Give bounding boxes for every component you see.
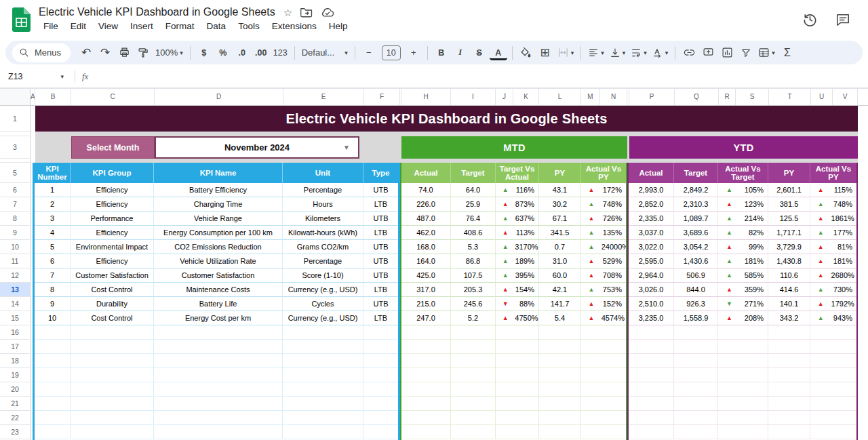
cell[interactable]: ▲943% — [810, 311, 856, 325]
dashboard-title-banner[interactable]: Electric Vehicle KPI Dashboard in Google… — [35, 106, 858, 132]
cell[interactable] — [35, 354, 71, 368]
cell[interactable] — [810, 411, 856, 425]
cell[interactable]: 5.4 — [539, 311, 581, 325]
zoom-select[interactable]: 100%▾ — [153, 44, 185, 62]
cell[interactable]: 381.5 — [768, 197, 810, 212]
cell[interactable] — [496, 354, 539, 368]
cell[interactable]: 2,510.0 — [629, 297, 674, 311]
create-filter-button[interactable] — [737, 44, 755, 62]
font-select[interactable]: Defaul...▾ — [300, 44, 350, 62]
row-header-21[interactable]: 21 — [0, 397, 30, 411]
column-header-A[interactable]: A — [31, 89, 35, 105]
row-header-13[interactable]: 13 — [0, 283, 30, 297]
cell[interactable]: 408.6 — [451, 226, 496, 240]
cell[interactable] — [496, 397, 539, 411]
column-header-U[interactable]: U — [811, 89, 833, 105]
cell[interactable] — [401, 382, 451, 397]
cell[interactable] — [154, 368, 283, 382]
cell[interactable] — [674, 368, 718, 382]
cell[interactable] — [674, 397, 718, 411]
cell[interactable] — [718, 425, 768, 439]
cell[interactable]: 1,558.9 — [674, 311, 718, 325]
cell[interactable]: 140.1 — [768, 297, 810, 311]
increase-font-size-button[interactable]: + — [405, 44, 422, 62]
cell[interactable]: 67.1 — [539, 212, 581, 226]
cell[interactable]: 60.0 — [539, 268, 581, 283]
functions-button[interactable]: Σ — [778, 44, 796, 62]
print-button[interactable] — [115, 44, 133, 62]
cell[interactable]: 1,089.7 — [674, 212, 718, 226]
cell[interactable] — [496, 325, 539, 340]
cell[interactable] — [363, 411, 398, 425]
cell[interactable]: 2,601.1 — [768, 183, 810, 197]
cell[interactable]: LTB — [363, 197, 398, 212]
cell[interactable]: Energy Cost per km — [154, 311, 283, 325]
cell[interactable]: ▲2680% — [810, 268, 856, 283]
cell[interactable]: ▲753% — [581, 283, 626, 297]
cell[interactable] — [35, 425, 71, 439]
cell[interactable]: Energy Consumption per 100 km — [154, 226, 283, 240]
cell[interactable]: ▲123% — [718, 197, 768, 212]
column-header-R[interactable]: R — [719, 89, 736, 105]
insert-link-button[interactable] — [680, 44, 698, 62]
cell[interactable]: 414.6 — [768, 283, 810, 297]
cell[interactable] — [539, 382, 581, 397]
cell[interactable] — [581, 397, 626, 411]
fill-color-button[interactable] — [517, 44, 535, 62]
cell[interactable]: ▲359% — [718, 283, 768, 297]
column-header-M[interactable]: M — [581, 89, 600, 105]
cell[interactable]: LTB — [363, 311, 398, 325]
cell[interactable] — [71, 368, 154, 382]
cell[interactable] — [718, 340, 768, 354]
cell[interactable]: Cost Control — [71, 283, 154, 297]
cell[interactable]: 205.3 — [451, 283, 496, 297]
cell[interactable] — [154, 325, 283, 340]
column-header-D[interactable]: D — [155, 89, 283, 105]
cell[interactable]: UTB — [363, 183, 398, 197]
cell[interactable] — [768, 411, 810, 425]
column-header-Q[interactable]: Q — [675, 89, 719, 105]
table-views-button[interactable]: ▾ — [756, 44, 777, 62]
cell[interactable] — [768, 382, 810, 397]
cell[interactable] — [539, 368, 581, 382]
cell[interactable]: 25.9 — [451, 197, 496, 212]
borders-button[interactable]: ⊞ — [536, 44, 554, 62]
cell[interactable] — [401, 340, 451, 354]
cell[interactable]: 1,430.6 — [674, 254, 718, 268]
cell[interactable] — [154, 354, 283, 368]
cell[interactable] — [674, 325, 718, 340]
cell[interactable] — [451, 397, 496, 411]
cell[interactable] — [363, 354, 398, 368]
cell[interactable] — [283, 354, 363, 368]
cell[interactable]: ▲82% — [718, 226, 768, 240]
row-header-12[interactable]: 12 — [0, 268, 30, 283]
cell[interactable] — [154, 382, 283, 397]
cell[interactable] — [539, 397, 581, 411]
cell[interactable]: 2,335.0 — [629, 212, 674, 226]
row-header-23[interactable]: 23 — [0, 425, 30, 439]
cell[interactable]: 5.3 — [451, 240, 496, 254]
cell[interactable]: ▲726% — [581, 212, 626, 226]
cell[interactable]: 247.0 — [401, 311, 451, 325]
column-header-T[interactable]: T — [769, 89, 811, 105]
cell[interactable] — [401, 325, 451, 340]
cell[interactable]: ▲748% — [581, 197, 626, 212]
row-header-5[interactable]: 5 — [0, 163, 30, 183]
cell[interactable]: 226.0 — [401, 197, 451, 212]
cell[interactable] — [496, 382, 539, 397]
column-header-P[interactable]: P — [629, 89, 675, 105]
text-wrap-button[interactable]: ▾ — [629, 44, 649, 62]
cell[interactable] — [674, 354, 718, 368]
cell[interactable]: ▲395% — [496, 268, 539, 283]
move-to-folder-icon[interactable] — [300, 7, 313, 18]
cell[interactable]: 3,054.2 — [674, 240, 718, 254]
column-header-K[interactable]: K — [513, 89, 539, 105]
cell[interactable]: 2,964.0 — [629, 268, 674, 283]
cell[interactable]: 343.2 — [768, 311, 810, 325]
cell[interactable]: Maintenance Costs — [154, 283, 283, 297]
cell[interactable]: Performance — [71, 212, 154, 226]
cell[interactable]: ▲4750% — [496, 311, 539, 325]
cell[interactable] — [363, 425, 398, 439]
cell[interactable]: 3,022.0 — [629, 240, 674, 254]
cell[interactable]: Efficiency — [71, 226, 154, 240]
